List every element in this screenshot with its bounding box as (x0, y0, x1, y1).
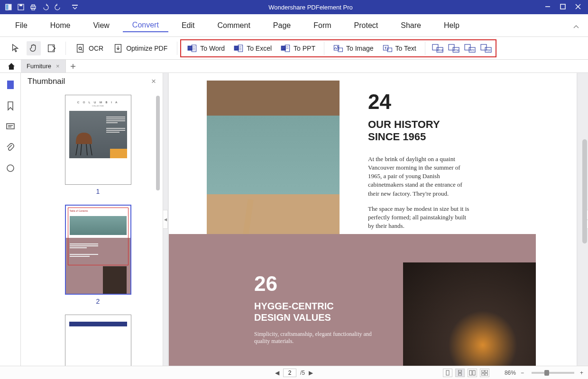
home-tab-icon[interactable] (2, 60, 21, 72)
menu-help[interactable]: Help (434, 19, 469, 32)
to-html-button[interactable]: HTML (447, 43, 460, 54)
undo-icon[interactable] (42, 3, 49, 11)
svg-text:HTML: HTML (453, 49, 459, 51)
svg-rect-9 (560, 4, 565, 9)
menu-home[interactable]: Home (41, 19, 80, 32)
svg-text:EPUB: EPUB (437, 49, 443, 51)
menu-file[interactable]: File (6, 19, 37, 32)
to-pdfa-button[interactable]: PDF (479, 43, 493, 54)
edit-tool-icon[interactable] (45, 41, 59, 55)
svg-rect-1 (6, 4, 9, 10)
menu-view[interactable]: View (83, 19, 119, 32)
menu-protect[interactable]: Protect (345, 19, 388, 32)
svg-rect-69 (482, 370, 484, 372)
select-tool-icon[interactable] (9, 41, 23, 55)
tab-label: Furniture (27, 63, 51, 70)
thumbnails-panel-icon[interactable] (5, 80, 16, 90)
menu-share[interactable]: Share (391, 19, 431, 32)
menu-form[interactable]: Form (304, 19, 340, 32)
to-rtf-button[interactable]: RTF (463, 43, 477, 54)
svg-rect-56 (7, 124, 14, 129)
left-sidebar (0, 73, 21, 366)
app-title: Wondershare PDFelement Pro (83, 4, 538, 11)
save-icon[interactable] (17, 3, 25, 11)
svg-point-59 (7, 165, 14, 171)
svg-rect-64 (446, 370, 449, 375)
zoom-value: 86% (505, 370, 516, 376)
zoom-in-icon[interactable]: + (580, 370, 583, 376)
thumbnail-page-1[interactable]: C O L U M B I A COLLECTIVE 1 (45, 95, 151, 195)
ocr-label: OCR (89, 45, 103, 52)
attachments-panel-icon[interactable] (5, 142, 16, 153)
minimize-button[interactable] (544, 3, 551, 11)
redo-icon[interactable] (54, 3, 62, 11)
doc-headline: OUR HISTORY SINCE 1965 (368, 118, 548, 144)
to-epub-button[interactable]: EPUB (431, 43, 444, 54)
optimize-pdf-button[interactable]: Optimize PDF (110, 41, 170, 55)
svg-rect-72 (485, 373, 487, 376)
svg-rect-12 (48, 45, 55, 52)
thumbnail-page-2[interactable]: Table of Contents 2 (45, 205, 151, 305)
app-logo-icon (5, 3, 12, 11)
prev-page-icon[interactable]: ◀ (275, 370, 279, 376)
quick-launch (0, 3, 83, 11)
workspace: Thumbnail × C O L U M B I A COLLECTIVE 1 (0, 73, 588, 366)
to-ppt-button[interactable]: P To PPT (277, 41, 318, 55)
svg-rect-71 (482, 373, 484, 376)
svg-text:P: P (282, 46, 285, 50)
view-single-icon[interactable] (443, 369, 452, 377)
hand-tool-icon[interactable] (27, 41, 41, 55)
view-two-continuous-icon[interactable] (480, 369, 489, 377)
svg-line-63 (86, 144, 87, 155)
new-tab-button[interactable] (66, 60, 80, 72)
maximize-button[interactable] (560, 3, 566, 11)
svg-text:X: X (235, 46, 238, 50)
print-icon[interactable] (29, 3, 37, 11)
zoom-slider[interactable] (532, 372, 574, 374)
to-word-button[interactable]: W To Word (184, 41, 228, 55)
to-excel-button[interactable]: X To Excel (230, 41, 275, 55)
to-text-button[interactable]: T To Text (379, 41, 419, 55)
thumbnail-scrollbar[interactable] (156, 96, 160, 190)
to-excel-label: To Excel (247, 45, 272, 52)
menu-bar: File Home View Convert Edit Comment Page… (0, 14, 588, 37)
svg-rect-67 (469, 370, 472, 375)
next-page-icon[interactable]: ▶ (309, 370, 313, 376)
menu-page[interactable]: Page (264, 19, 300, 32)
thumbnail-page-3[interactable] (45, 315, 151, 366)
comments-panel-icon[interactable] (5, 121, 16, 132)
view-two-page-icon[interactable] (468, 369, 477, 377)
customize-quick-access-icon[interactable] (71, 3, 79, 11)
tab-close-icon[interactable]: × (56, 63, 60, 70)
svg-line-60 (76, 144, 78, 155)
thumbnail-close-icon[interactable]: × (151, 77, 156, 86)
page-total: /5 (300, 370, 305, 376)
to-text-label: To Text (395, 45, 416, 52)
bookmarks-panel-icon[interactable] (5, 100, 16, 111)
svg-rect-3 (19, 4, 22, 6)
svg-rect-68 (473, 370, 475, 375)
ribbon-toolbar: OCR Optimize PDF W To Word X To Excel P … (0, 37, 588, 60)
collapse-left-icon[interactable]: ◀ (163, 210, 168, 229)
ocr-button[interactable]: OCR (73, 41, 106, 55)
document-view[interactable]: ◀ ▶ 24 OUR HISTORY SINCE 1965 At the bri… (163, 73, 588, 366)
menu-edit[interactable]: Edit (172, 19, 204, 32)
doc-page-number-2: 26 (254, 272, 377, 296)
svg-rect-66 (459, 373, 461, 376)
close-button[interactable] (575, 3, 581, 11)
collapse-ribbon-icon[interactable] (573, 23, 579, 31)
view-continuous-icon[interactable] (455, 369, 465, 377)
zoom-out-icon[interactable]: − (521, 370, 524, 376)
menu-convert[interactable]: Convert (123, 19, 168, 32)
doc-photo-sofa (207, 81, 340, 256)
page-input[interactable] (283, 369, 296, 377)
to-image-button[interactable]: To Image (330, 41, 377, 55)
search-panel-icon[interactable] (5, 163, 16, 173)
menu-comment[interactable]: Comment (208, 19, 259, 32)
svg-text:PDF: PDF (487, 49, 491, 51)
doc-paragraph: At the brink of daylight on a quaint Van… (368, 155, 472, 198)
doc-page-number: 24 (368, 90, 548, 114)
document-scrollbar[interactable] (582, 139, 587, 244)
document-tab[interactable]: Furniture × (21, 60, 66, 72)
status-bar: ◀ /5 ▶ 86% − + (0, 366, 588, 379)
